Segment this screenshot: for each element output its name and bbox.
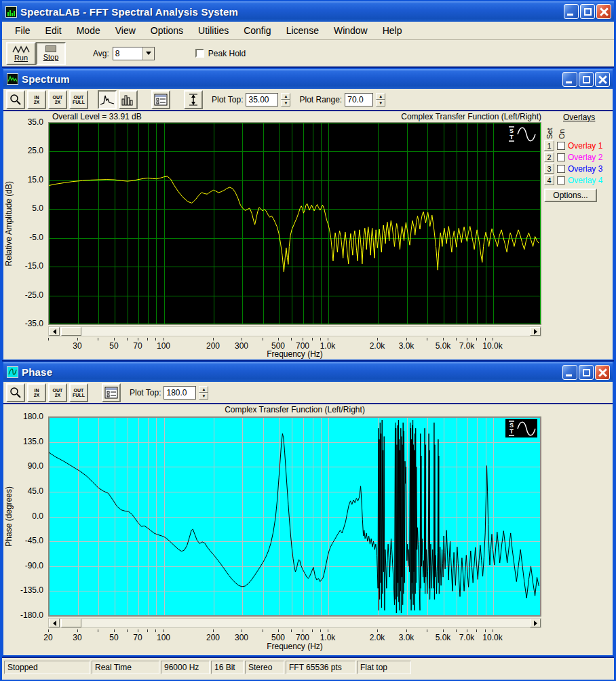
- overlay-on-checkbox-3[interactable]: [557, 165, 565, 173]
- main-toolbar: Run Stop Avg: 8 Peak Hold: [2, 40, 614, 68]
- x-tick-label: 70: [123, 633, 152, 642]
- phase-zoom-out-2x-button[interactable]: OUT 2X: [48, 383, 67, 402]
- status-cell: FFT 65536 pts: [286, 661, 355, 674]
- bar-plot-mode-button[interactable]: [119, 90, 138, 109]
- stop-button[interactable]: Stop: [36, 42, 66, 65]
- scroll-right-button[interactable]: [530, 619, 541, 627]
- spectrum-h-scrollbar[interactable]: [48, 326, 541, 336]
- close-button[interactable]: [596, 4, 611, 19]
- line-plot-mode-button[interactable]: [98, 90, 117, 109]
- svg-text:T: T: [509, 428, 514, 435]
- menu-item-file[interactable]: File: [7, 23, 38, 38]
- spectrum-window: Spectrum IN 2X OUT 2X OUT: [2, 68, 614, 361]
- menu-item-help[interactable]: Help: [375, 23, 410, 38]
- sound-technology-logo: S T: [505, 125, 537, 143]
- menu-item-view[interactable]: View: [108, 23, 143, 38]
- menu-item-edit[interactable]: Edit: [38, 23, 69, 38]
- scroll-left-button[interactable]: [49, 619, 60, 627]
- y-tick-label: -15.0: [25, 261, 43, 271]
- zoom-out-full-button[interactable]: OUT FULL: [69, 90, 88, 109]
- y-tick-label: 35.0: [28, 117, 43, 127]
- plot-top-input[interactable]: [246, 93, 278, 106]
- y-tick-label: 180.0: [23, 412, 43, 421]
- menu-item-mode[interactable]: Mode: [69, 23, 108, 38]
- run-button[interactable]: Run: [6, 42, 36, 65]
- overlay-on-checkbox-2[interactable]: [557, 153, 565, 161]
- plot-top-label: Plot Top:: [212, 95, 243, 104]
- y-tick-label: -90.0: [25, 561, 43, 570]
- scroll-left-button[interactable]: [49, 327, 60, 336]
- plot-range-label: Plot Range:: [299, 95, 342, 104]
- overlay-on-checkbox-1[interactable]: [557, 142, 565, 150]
- phase-plot-options-button[interactable]: [102, 383, 121, 402]
- avg-dropdown-button[interactable]: [142, 47, 154, 60]
- y-tick-label: -5.0: [29, 233, 43, 242]
- phase-close-button[interactable]: [595, 365, 610, 380]
- phase-maximize-button[interactable]: [579, 365, 594, 380]
- spectrum-plot: S T: [48, 122, 541, 325]
- x-tick-label: 7.0k: [453, 633, 481, 642]
- overlay-row: 4Overlay 4: [544, 175, 616, 185]
- overlay-row: 1Overlay 1: [544, 140, 616, 151]
- y-axis: 180.0135.090.045.00.0-45.0-90.0-135.0-18…: [3, 416, 47, 617]
- overlay-set-button-2[interactable]: 2: [544, 152, 554, 162]
- maximize-button[interactable]: [580, 4, 595, 19]
- zoom-full-icon: OUT: [74, 95, 84, 100]
- spectrum-minimize-button[interactable]: [562, 72, 577, 87]
- x-tick-label: 20: [34, 633, 62, 642]
- overlay-on-checkbox-4[interactable]: [557, 176, 565, 184]
- arrow-right-icon: [534, 329, 540, 334]
- overlay-set-button-4[interactable]: 4: [544, 175, 554, 185]
- peak-hold-checkbox[interactable]: [195, 49, 204, 58]
- overlay-set-button-1[interactable]: 1: [544, 140, 554, 151]
- zoom-out-icon: OUT: [53, 388, 63, 393]
- menu-item-utilities[interactable]: Utilities: [191, 23, 236, 38]
- phase-minimize-button[interactable]: [562, 365, 577, 380]
- plot-svg: [49, 417, 541, 616]
- overlays-on-label: On: [558, 123, 566, 139]
- minimize-button[interactable]: [564, 4, 579, 19]
- overlay-set-button-3[interactable]: 3: [544, 163, 554, 174]
- avg-combobox[interactable]: 8: [113, 47, 155, 60]
- spectrum-close-button[interactable]: [595, 72, 610, 87]
- avg-value: 8: [113, 47, 142, 60]
- phase-zoom-out-full-button[interactable]: OUT FULL: [69, 383, 88, 402]
- phase-plot-top-input[interactable]: [163, 386, 196, 400]
- scroll-thumb[interactable]: [61, 327, 81, 336]
- zoom-out-2x-button[interactable]: OUT 2X: [48, 90, 67, 109]
- menu-item-config[interactable]: Config: [236, 23, 278, 38]
- plot-range-spinner[interactable]: ▲▼: [376, 93, 385, 106]
- zoom-in-2x-button[interactable]: IN 2X: [27, 90, 46, 109]
- overlay-options-button[interactable]: Options...: [544, 189, 597, 202]
- y-tick-label: 135.0: [23, 437, 43, 446]
- status-cell: Stereo: [245, 661, 284, 674]
- spectrum-chart-title: Complex Transfer Function (Left/Right): [48, 112, 541, 121]
- overlay-label: Overlay 2: [568, 153, 602, 162]
- magnifier-icon: [9, 94, 22, 106]
- arrow-left-icon: [50, 329, 56, 334]
- zoom-button[interactable]: [6, 90, 25, 109]
- application-window: SpectraLAB - FFT Spectral Analysis Syste…: [0, 0, 616, 681]
- spectrum-maximize-button[interactable]: [579, 72, 594, 87]
- menu-item-license[interactable]: License: [279, 23, 326, 38]
- plot-top-spinner[interactable]: ▲▼: [281, 93, 290, 106]
- scroll-right-button[interactable]: [530, 327, 541, 336]
- phase-plot-top-spinner[interactable]: ▲▼: [199, 386, 208, 400]
- plot-options-button[interactable]: [151, 90, 170, 109]
- menu-item-window[interactable]: Window: [326, 23, 375, 38]
- plot-range-input[interactable]: [345, 93, 373, 106]
- phase-chart-area: Complex Transfer Function (Left/Right) P…: [3, 404, 613, 655]
- phase-h-scrollbar[interactable]: [48, 618, 541, 628]
- phase-chart-title: Complex Transfer Function (Left/Right): [48, 405, 541, 414]
- status-cell: 16 Bit: [211, 661, 244, 674]
- menu-item-options[interactable]: Options: [143, 23, 191, 38]
- y-axis: 35.025.015.05.0-5.0-15.0-25.0-35.0: [3, 122, 47, 325]
- spectrum-title: Spectrum: [22, 73, 559, 85]
- x-tick-label: 3.0k: [392, 633, 421, 642]
- vertical-scale-button[interactable]: [184, 90, 203, 109]
- phase-zoom-button[interactable]: [6, 383, 25, 402]
- scroll-thumb[interactable]: [61, 619, 81, 627]
- x-tick-label: 1.0k: [313, 633, 342, 642]
- x-tick-label: 100: [149, 633, 178, 642]
- phase-zoom-in-2x-button[interactable]: IN 2X: [27, 383, 46, 402]
